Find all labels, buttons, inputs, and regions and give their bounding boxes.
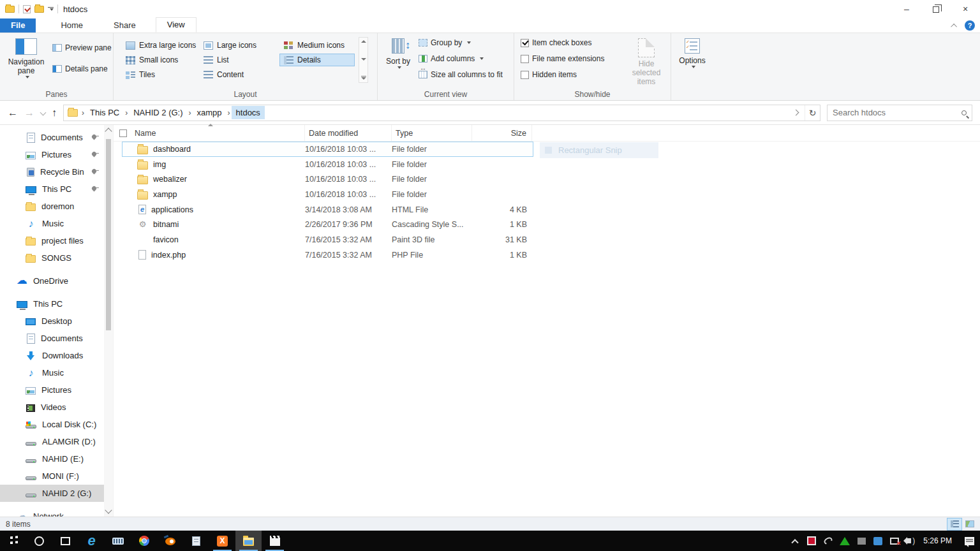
sidebar-item-project-files[interactable]: project files: [0, 232, 113, 249]
view-extra-large-icons[interactable]: Extra large icons: [121, 39, 200, 52]
search-icon[interactable]: [961, 110, 967, 115]
preview-pane-button[interactable]: Preview pane: [52, 43, 112, 52]
sidebar-item-songs[interactable]: SONGS: [0, 249, 113, 267]
scrollbar-thumb[interactable]: [106, 139, 111, 330]
tray-app-gray[interactable]: [853, 531, 870, 551]
sidebar-item-music[interactable]: ♪Music: [0, 364, 113, 381]
column-header-date-modified[interactable]: Date modified: [305, 125, 392, 141]
blender-button[interactable]: [157, 531, 183, 551]
sidebar-item-drive-g[interactable]: NAHID 2 (G:): [0, 485, 113, 502]
xampp-button[interactable]: X: [209, 531, 235, 551]
scroll-up-icon[interactable]: [361, 40, 366, 43]
breadcrumb-this-pc[interactable]: This PC: [85, 106, 124, 119]
view-list[interactable]: List: [199, 54, 234, 66]
sidebar-item-drive-e[interactable]: NAHID (E:): [0, 450, 113, 467]
column-header-name[interactable]: Name: [114, 125, 305, 141]
navigation-pane-button[interactable]: Navigation pane: [6, 38, 46, 78]
sidebar-scrollbar[interactable]: [104, 125, 113, 517]
file-name-extensions-checkbox[interactable]: File name extensions: [521, 54, 604, 63]
file-row-index-php[interactable]: index.php 7/16/2015 3:32 AM PHP File 1 K…: [114, 247, 980, 263]
properties-icon[interactable]: [23, 5, 31, 13]
sidebar-item-this-pc-pinned[interactable]: This PC: [0, 180, 113, 198]
view-medium-icons[interactable]: Medium icons: [279, 39, 355, 52]
breadcrumb-htdocs[interactable]: htdocs: [232, 106, 265, 119]
file-row-webalizer[interactable]: webalizer 10/16/2018 10:03 ... File fold…: [114, 172, 980, 187]
sidebar-item-this-pc[interactable]: This PC: [0, 295, 113, 312]
view-small-icons[interactable]: Small icons: [121, 54, 182, 66]
start-button[interactable]: [0, 531, 26, 551]
tray-volume[interactable]: [903, 531, 919, 551]
tab-share[interactable]: Share: [103, 18, 147, 33]
sidebar-item-documents[interactable]: Documents: [0, 330, 113, 347]
tab-home[interactable]: Home: [50, 18, 94, 33]
scroll-up-icon[interactable]: [105, 128, 112, 135]
size-all-columns-button[interactable]: Size all columns to fit: [419, 70, 503, 79]
sidebar-item-drive-f[interactable]: MONI (F:): [0, 467, 113, 485]
minimize-button[interactable]: –: [892, 0, 921, 18]
file-explorer-button[interactable]: [235, 531, 262, 551]
gallery-more-icon[interactable]: [361, 76, 366, 80]
edge-button[interactable]: e: [78, 531, 105, 551]
tray-app-green[interactable]: [836, 531, 853, 551]
sidebar-item-desktop[interactable]: Desktop: [0, 312, 113, 330]
search-input[interactable]: Search htdocs: [827, 105, 972, 121]
touch-keyboard-button[interactable]: [105, 531, 131, 551]
close-button[interactable]: ×: [951, 0, 980, 18]
task-view-button[interactable]: [52, 531, 78, 551]
view-content[interactable]: Content: [199, 68, 248, 81]
tray-network-status[interactable]: [886, 531, 903, 551]
file-row-img[interactable]: img 10/16/2018 10:03 ... File folder: [114, 157, 980, 172]
sidebar-item-downloads[interactable]: Downloads: [0, 347, 113, 364]
options-button[interactable]: Options: [678, 38, 707, 68]
up-button[interactable]: ↑: [52, 107, 57, 119]
add-columns-button[interactable]: Add columns: [419, 54, 484, 63]
sidebar-item-recycle-bin[interactable]: Recycle Bin: [0, 163, 113, 180]
refresh-icon[interactable]: ↻: [805, 105, 820, 121]
tray-app-audio[interactable]: [820, 531, 836, 551]
tray-app-blue[interactable]: [870, 531, 886, 551]
scroll-down-icon[interactable]: [361, 58, 366, 61]
sort-by-button[interactable]: Sort by: [384, 38, 412, 69]
sidebar-item-onedrive[interactable]: ☁OneDrive: [0, 272, 113, 290]
breadcrumb-drive[interactable]: NAHID 2 (G:): [129, 106, 187, 119]
sidebar-item-documents-pinned[interactable]: Documents: [0, 129, 113, 146]
file-row-bitnami[interactable]: ⚙bitnami 2/26/2017 9:36 PM Cascading Sty…: [114, 217, 980, 232]
layout-gallery-scroll[interactable]: [359, 37, 368, 83]
sidebar-item-doremon[interactable]: doremon: [0, 198, 113, 215]
scroll-down-icon[interactable]: [105, 506, 112, 513]
column-header-size[interactable]: Size: [472, 125, 532, 141]
file-row-xampp[interactable]: xampp 10/16/2018 10:03 ... File folder: [114, 187, 980, 202]
sidebar-item-music-qa[interactable]: ♪Music: [0, 215, 113, 232]
customize-qat-icon[interactable]: [48, 7, 54, 11]
clock[interactable]: 5:26 PM: [919, 536, 958, 545]
sidebar-item-pictures-pinned[interactable]: Pictures: [0, 146, 113, 163]
group-by-button[interactable]: Group by: [419, 38, 471, 47]
sidebar-item-network[interactable]: ☁Network: [0, 508, 113, 517]
action-center-button[interactable]: [958, 531, 980, 551]
forward-button[interactable]: →: [24, 107, 34, 119]
sidebar-item-videos[interactable]: Videos: [0, 399, 113, 416]
address-dropdown-icon[interactable]: [793, 110, 799, 116]
sidebar-item-drive-d[interactable]: ALAMGIR (D:): [0, 433, 113, 450]
address-bar[interactable]: › This PC › NAHID 2 (G:) › xampp › htdoc…: [63, 105, 820, 121]
recent-locations-icon[interactable]: [40, 110, 47, 116]
view-tiles[interactable]: Tiles: [121, 68, 160, 81]
cortana-button[interactable]: [26, 531, 52, 551]
details-view-toggle[interactable]: [947, 518, 962, 531]
tray-show-hidden-icons[interactable]: [787, 531, 803, 551]
file-row-favicon[interactable]: favicon 7/16/2015 3:32 AM Paint 3D file …: [114, 232, 980, 247]
tray-app-red[interactable]: [803, 531, 820, 551]
sidebar-item-local-disk-c[interactable]: Local Disk (C:): [0, 416, 113, 433]
item-check-boxes-checkbox[interactable]: Item check boxes: [521, 38, 591, 47]
sidebar-item-pictures[interactable]: Pictures: [0, 381, 113, 399]
column-header-type[interactable]: Type: [392, 125, 472, 141]
new-folder-icon[interactable]: [34, 6, 44, 13]
select-all-checkbox[interactable]: [119, 129, 127, 137]
tab-file[interactable]: File: [0, 18, 36, 33]
back-button[interactable]: ←: [8, 107, 18, 119]
collapse-ribbon-icon[interactable]: [951, 23, 957, 29]
chrome-button[interactable]: [131, 531, 157, 551]
hidden-items-checkbox[interactable]: Hidden items: [521, 70, 577, 79]
breadcrumb-xampp[interactable]: xampp: [193, 106, 226, 119]
movies-app-button[interactable]: [262, 531, 288, 551]
